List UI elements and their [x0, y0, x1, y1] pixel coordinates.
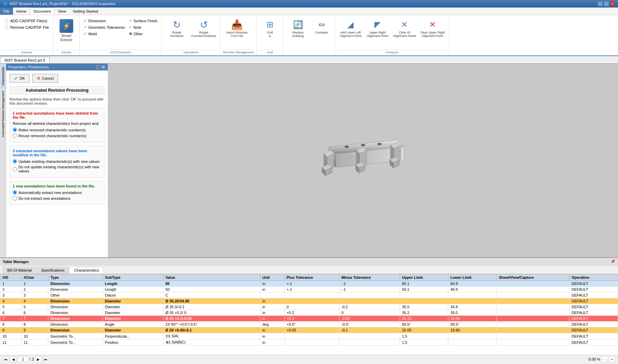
- table-cell: DEFAULT: [569, 287, 618, 292]
- add-cad-button[interactable]: 📄 ADD CAD/PDF File(s): [3, 18, 50, 24]
- zoom-in-button[interactable]: +: [609, 356, 615, 362]
- other-button[interactable]: ⊕ Other: [128, 31, 159, 37]
- cancel-button[interactable]: ✕ Cancel: [32, 74, 58, 83]
- table-cell: -.1: [339, 287, 400, 292]
- doc-tab-0[interactable]: NIST Bracket Rev2.prt.6: [0, 57, 50, 63]
- col-minus-tol[interactable]: Minus Tolerance: [339, 274, 400, 281]
- note-button[interactable]: ✓ Note: [128, 24, 159, 30]
- col-plus-tol[interactable]: Plus Tolerance: [284, 274, 339, 281]
- dimension-button[interactable]: ✓ Dimension: [82, 18, 126, 24]
- ok-button[interactable]: ✓ OK: [10, 74, 29, 83]
- table-manager-pin-icon[interactable]: 📌: [610, 259, 615, 264]
- next-page-button[interactable]: ▶: [35, 356, 41, 362]
- no-extract-radio[interactable]: [13, 196, 17, 200]
- table-cell: in: [260, 339, 284, 346]
- radio-retire[interactable]: Retire removed characteristic number(s): [13, 128, 101, 132]
- restore-button[interactable]: □: [604, 1, 609, 6]
- clear-upper-right-button[interactable]: ✕ Clear Upper Right Alignment Point: [419, 18, 446, 39]
- add-upper-right-button[interactable]: ◤ Upper Right Alignment Point: [365, 18, 390, 39]
- no-update-radio[interactable]: [13, 167, 17, 171]
- title-bar-controls[interactable]: ─ □ ✕: [597, 1, 615, 6]
- col-unit[interactable]: Unit: [260, 274, 284, 281]
- col-value[interactable]: Value: [163, 274, 260, 281]
- remove-cad-button[interactable]: 📄 Remove CAD/PDF File: [3, 24, 50, 30]
- tab-specifications[interactable]: Specifications: [37, 267, 69, 274]
- table-cell: 10: [0, 333, 22, 339]
- rotate-cw-button[interactable]: ↻ Rotate Clockwise: [165, 18, 189, 39]
- radio-no-extract[interactable]: Do not extract new annotations: [13, 196, 101, 200]
- col-operation[interactable]: Operation: [569, 274, 618, 281]
- tab-characteristics[interactable]: Characteristics: [69, 267, 103, 274]
- table-cell: Length: [103, 281, 163, 287]
- grid-dropdown-icon[interactable]: ▼: [269, 35, 271, 38]
- compare-button[interactable]: ⇔ Compare: [311, 18, 332, 36]
- no-extract-label: Do not extract new annotations: [18, 196, 70, 200]
- section1-warning: 1 extracted annotations have been delete…: [13, 111, 101, 119]
- table-cell: DEFAULT: [569, 298, 618, 304]
- rotate-ccw-button[interactable]: ↺ Rotate CounterClockwise: [190, 18, 217, 39]
- table-cell: Other: [48, 292, 103, 298]
- import-revision-button[interactable]: 📥 Import Revision CAD File: [223, 18, 250, 39]
- reuse-radio[interactable]: [13, 133, 17, 138]
- table-manager-header: Table Manager 📌: [0, 258, 618, 265]
- table-cell: 8: [21, 322, 48, 327]
- menu-document[interactable]: Document: [30, 8, 54, 15]
- table-cell: Dimension: [48, 304, 103, 310]
- last-page-button[interactable]: ⏭: [43, 356, 49, 362]
- col-upper[interactable]: Upper Limit: [400, 274, 448, 281]
- table-cell: [448, 298, 497, 304]
- table-cell: 19.90: [448, 327, 497, 333]
- retire-radio[interactable]: [13, 128, 17, 132]
- minimize-button[interactable]: ─: [597, 1, 603, 6]
- side-characteristic-label[interactable]: Characteristic: [1, 64, 5, 88]
- surface-finish-button[interactable]: ✓ Surface Finish: [128, 18, 159, 24]
- ribbon-group-extract-content: ⚡ Smart Extract: [56, 16, 77, 50]
- table-cell: 11: [21, 339, 48, 346]
- col-id[interactable]: #ID: [0, 274, 22, 281]
- table-cell: DEFAULT: [569, 292, 618, 298]
- col-char[interactable]: #Char: [21, 274, 48, 281]
- clear-all-button[interactable]: ✕ Clear All Alignment Points: [392, 18, 417, 39]
- svg-point-22: [361, 144, 365, 146]
- update-radio[interactable]: [13, 159, 17, 164]
- grid-button[interactable]: ⊞ Grid ▼: [260, 18, 280, 39]
- radio-no-update[interactable]: Do not update existing characteristic(s)…: [13, 165, 101, 173]
- radio-update[interactable]: Update existing characteristic(s) with n…: [13, 159, 101, 164]
- geometric-tol-button[interactable]: ✓ Geometric Tolerances: [82, 24, 126, 30]
- current-page-input[interactable]: [18, 356, 28, 362]
- menu-home[interactable]: Home: [13, 8, 30, 15]
- prev-page-button[interactable]: ◀: [10, 356, 16, 362]
- first-page-button[interactable]: ⏮: [3, 356, 9, 362]
- table-cell: 49.9: [448, 287, 497, 292]
- table-cell: 59.5°: [448, 322, 497, 327]
- zoom-out-button[interactable]: -: [602, 356, 608, 362]
- menu-view[interactable]: View: [54, 8, 69, 15]
- menu-getting-started[interactable]: Getting Started: [69, 8, 102, 15]
- table-cell: [260, 292, 284, 298]
- main-content: Characteristic Automated Revision Manage…: [0, 64, 618, 363]
- ribbon-group-alignment: ◢ Add Lower Left Alignment Point ◤ Upper…: [335, 15, 449, 55]
- replace-drawing-button[interactable]: 🔄 Replace Drawing: [286, 18, 310, 39]
- table-cell: [497, 316, 569, 322]
- table-header-row: #ID #Char Type SubType Value Unit Plus T…: [0, 274, 618, 281]
- panel-close-button[interactable]: ✕: [101, 65, 106, 69]
- auto-extract-radio[interactable]: [13, 190, 17, 195]
- side-revision-label[interactable]: Automated Revision Management: [1, 88, 5, 140]
- radio-auto-extract[interactable]: Automatically extract new annotations: [13, 190, 101, 195]
- col-sheet[interactable]: Sheet/View/Capture: [497, 274, 569, 281]
- col-type[interactable]: Type: [48, 274, 103, 281]
- col-lower[interactable]: Lower Limit: [448, 274, 497, 281]
- table-cell: Diameter: [103, 304, 163, 310]
- add-lower-left-button[interactable]: ◢ Add Lower Left Alignment Point: [338, 18, 363, 39]
- close-button[interactable]: ✕: [610, 1, 615, 6]
- col-subtype[interactable]: SubType: [103, 274, 163, 281]
- table-cell: +0.5°: [284, 322, 339, 327]
- radio-reuse[interactable]: Reuse removed characteristic number(s): [13, 133, 101, 138]
- characteristics-table: #ID #Char Type SubType Value Unit Plus T…: [0, 274, 618, 346]
- weld-button[interactable]: ✓ Weld: [82, 31, 126, 37]
- menu-file[interactable]: File: [0, 8, 13, 15]
- tab-bill-of-material[interactable]: Bill Of Material: [3, 267, 36, 274]
- panel-pin-button[interactable]: 📌: [95, 65, 100, 69]
- table-cell: Dimension: [48, 316, 103, 322]
- smart-extract-button[interactable]: ⚡ Smart Extract: [56, 18, 77, 43]
